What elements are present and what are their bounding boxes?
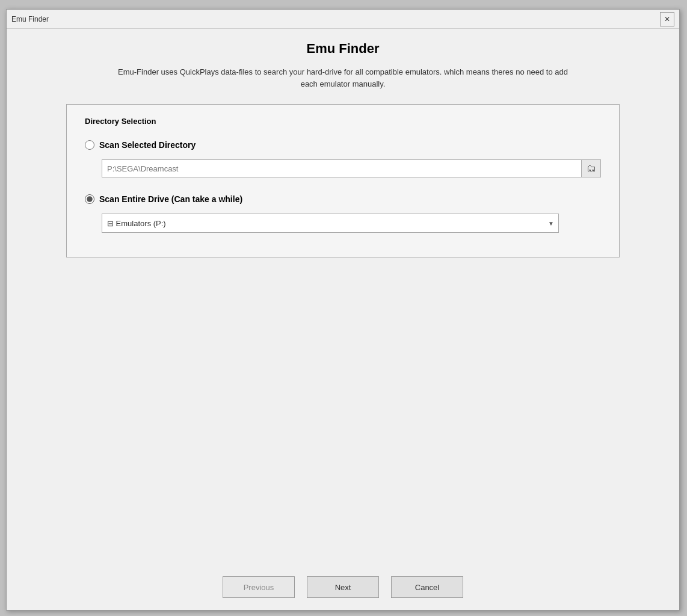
close-button[interactable]: ✕	[660, 12, 674, 26]
previous-button[interactable]: Previous	[223, 576, 295, 598]
drive-select[interactable]: ⊟ Emulators (P:)	[102, 214, 559, 233]
dialog-footer: Previous Next Cancel	[7, 558, 679, 610]
path-input[interactable]	[102, 159, 582, 177]
title-bar-text: Emu Finder	[11, 15, 49, 23]
drive-select-wrapper: ⊟ Emulators (P:)	[102, 214, 559, 233]
scan-selected-label[interactable]: Scan Selected Directory	[99, 140, 196, 150]
section-title: Directory Selection	[85, 117, 601, 126]
cancel-button[interactable]: Cancel	[391, 576, 463, 598]
scan-selected-radio[interactable]	[85, 140, 94, 150]
title-bar: Emu Finder ✕	[7, 10, 679, 29]
dialog-content: Emu Finder Emu-Finder uses QuickPlays da…	[7, 29, 679, 558]
scan-entire-row: Scan Entire Drive (Can take a while)	[85, 194, 601, 204]
dialog-description: Emu-Finder uses QuickPlays data-files to…	[117, 66, 568, 90]
scan-entire-radio[interactable]	[85, 194, 94, 204]
next-button[interactable]: Next	[307, 576, 379, 598]
browse-button[interactable]: 🗂	[582, 159, 601, 177]
drive-select-row: ⊟ Emulators (P:)	[102, 214, 601, 233]
dialog-heading: Emu Finder	[306, 41, 379, 57]
emu-finder-dialog: Emu Finder ✕ Emu Finder Emu-Finder uses …	[6, 9, 680, 611]
browse-icon: 🗂	[587, 163, 596, 174]
path-input-row: 🗂	[102, 159, 601, 177]
directory-selection-section: Directory Selection Scan Selected Direct…	[66, 104, 620, 257]
scan-selected-row: Scan Selected Directory	[85, 140, 601, 150]
scan-entire-label[interactable]: Scan Entire Drive (Can take a while)	[99, 194, 242, 204]
